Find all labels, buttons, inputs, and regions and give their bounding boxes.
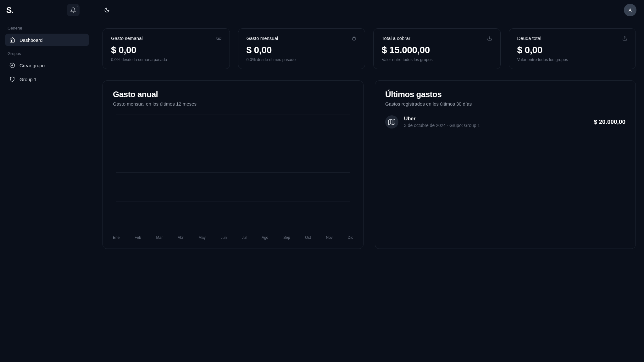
stat-subtitle: Valor entre todos los grupos xyxy=(517,57,628,62)
expense-name: Uber xyxy=(404,116,588,122)
stat-title: Deuda total xyxy=(517,36,541,41)
expense-meta: 3 de octubre de 2024 · Grupo: Group 1 xyxy=(404,123,588,128)
wallet-icon xyxy=(216,36,221,41)
annual-chart-panel: Gasto anual Gasto mensual en los últimos… xyxy=(103,80,364,249)
stat-card-gasto-mensual: Gasto mensual $ 0,00 0.0% desde el mes p… xyxy=(238,28,365,69)
stat-value: $ 15.000,00 xyxy=(382,45,492,55)
chart-tick: Nov xyxy=(326,235,333,240)
sidebar-content: General Dashboard Grupos xyxy=(0,20,94,92)
stat-title: Total a cobrar xyxy=(382,36,410,41)
stat-card-gasto-semanal: Gasto semanal $ 0,00 0.0% desde la seman… xyxy=(103,28,230,69)
chart-tick: Abr xyxy=(178,235,184,240)
chart-tick: Ene xyxy=(113,235,119,240)
chart-gridline xyxy=(116,114,350,114)
stat-subtitle: Valor entre todos los grupos xyxy=(382,57,492,62)
chart-gridline xyxy=(116,201,350,201)
sidebar-item-label: Dashboard xyxy=(19,37,42,43)
stat-card-total-cobrar: Total a cobrar $ 15.000,00 Valor entre t… xyxy=(373,28,501,69)
moon-icon xyxy=(104,7,110,13)
panel-title: Últimos gastos xyxy=(385,90,625,99)
stat-title: Gasto mensual xyxy=(247,36,278,41)
sidebar-section-grupos: Grupos xyxy=(5,51,89,56)
stat-value: $ 0,00 xyxy=(517,45,628,55)
chart-gridline xyxy=(116,143,350,143)
sidebar: S. 0 General xyxy=(0,0,94,362)
sidebar-item-group-1[interactable]: Group 1 xyxy=(5,73,89,85)
chart-tick: Mar xyxy=(156,235,163,240)
expense-category-icon xyxy=(385,115,398,129)
chart-grid xyxy=(116,114,350,230)
chart-xaxis: Ene Feb Mar Abr May Jun Jul Ago Sep Oct … xyxy=(113,235,353,240)
chart-tick: Sep xyxy=(283,235,290,240)
map-icon xyxy=(388,118,395,125)
panel-title: Gasto anual xyxy=(113,90,353,99)
chart-tick: Jun xyxy=(221,235,227,240)
sidebar-section-general: General xyxy=(5,26,89,30)
panels-row: Gasto anual Gasto mensual en los últimos… xyxy=(103,80,636,249)
panel-subtitle: Gasto mensual en los últimos 12 meses xyxy=(113,101,353,107)
import-icon xyxy=(487,36,492,41)
sidebar-item-label: Group 1 xyxy=(19,77,36,82)
money-bag-icon xyxy=(352,36,357,41)
chart-tick: Feb xyxy=(135,235,141,240)
notification-button[interactable]: 0 xyxy=(67,4,80,16)
recent-expenses-panel: Últimos gastos Gastos registrados en los… xyxy=(375,80,636,249)
chart-tick: May xyxy=(198,235,206,240)
logo: S. xyxy=(6,5,14,15)
shield-icon xyxy=(9,76,15,82)
panel-subtitle: Gastos registrados en los últimos 30 día… xyxy=(385,101,625,107)
chart-tick: Ago xyxy=(262,235,268,240)
sidebar-header: S. 0 xyxy=(0,0,94,20)
export-icon xyxy=(622,36,627,41)
plus-circle-icon xyxy=(9,63,15,68)
chart-baseline xyxy=(116,230,350,230)
expense-amount: $ 20.000,00 xyxy=(594,118,625,125)
sidebar-item-label: Crear grupo xyxy=(19,63,45,68)
sidebar-item-crear-grupo[interactable]: Crear grupo xyxy=(5,59,89,72)
svg-point-4 xyxy=(218,38,219,39)
bell-icon xyxy=(70,7,76,13)
stat-subtitle: 0.0% desde el mes pasado xyxy=(247,57,357,62)
stat-subtitle: 0.0% desde la semana pasada xyxy=(111,57,221,62)
svg-rect-3 xyxy=(217,37,221,40)
main: A Gasto semanal $ 0 xyxy=(94,0,644,362)
notification-badge: 0 xyxy=(77,4,78,8)
stat-value: $ 0,00 xyxy=(247,45,357,55)
svg-marker-5 xyxy=(389,119,395,125)
chart-tick: Dic xyxy=(348,235,353,240)
stat-title: Gasto semanal xyxy=(111,36,143,41)
avatar[interactable]: A xyxy=(624,4,636,16)
chart-area: Ene Feb Mar Abr May Jun Jul Ago Sep Oct … xyxy=(113,114,353,240)
content: Gasto semanal $ 0,00 0.0% desde la seman… xyxy=(94,20,644,257)
expense-item[interactable]: Uber 3 de octubre de 2024 · Grupo: Group… xyxy=(385,114,625,130)
home-icon xyxy=(9,37,15,43)
sidebar-item-dashboard[interactable]: Dashboard xyxy=(5,34,89,46)
chart-tick: Oct xyxy=(305,235,311,240)
top-header: A xyxy=(94,0,644,20)
stat-card-deuda-total: Deuda total $ 0,00 Valor entre todos los… xyxy=(509,28,636,69)
chart-gridline xyxy=(116,172,350,173)
stat-value: $ 0,00 xyxy=(111,45,221,55)
avatar-initial: A xyxy=(629,8,631,13)
expense-info: Uber 3 de octubre de 2024 · Grupo: Group… xyxy=(404,116,588,128)
theme-toggle-button[interactable] xyxy=(102,5,112,15)
stats-row: Gasto semanal $ 0,00 0.0% desde la seman… xyxy=(103,28,636,69)
chart-tick: Jul xyxy=(242,235,247,240)
